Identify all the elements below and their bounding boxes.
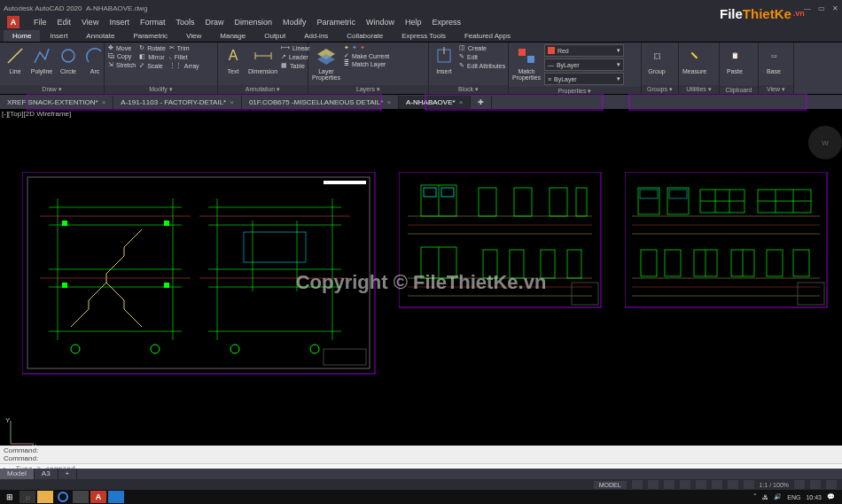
tool-polyline[interactable]: Polyline: [30, 44, 53, 74]
ribbon-tab-view[interactable]: View: [177, 30, 210, 42]
taskbar-app-icon[interactable]: [108, 491, 124, 503]
tool-leader[interactable]: ↗ Leader: [281, 53, 309, 60]
tool-trim[interactable]: ✂ Trim: [169, 44, 199, 51]
tool-rotate[interactable]: ↻ Rotate: [139, 44, 166, 51]
tray-sound-icon[interactable]: 🔊: [774, 493, 782, 500]
tool-dimension[interactable]: Dimension: [248, 44, 277, 74]
menu-dimension[interactable]: Dimension: [234, 18, 272, 27]
tray-up-icon[interactable]: ˄: [753, 493, 757, 500]
panel-view-label[interactable]: View ▾: [759, 85, 793, 94]
gear-icon[interactable]: [794, 480, 805, 489]
menu-view[interactable]: View: [82, 18, 98, 27]
menu-draw[interactable]: Draw: [205, 18, 223, 27]
tool-text[interactable]: AText: [222, 44, 245, 74]
ribbon-tab-output[interactable]: Output: [255, 30, 294, 42]
dropdown-lineweight[interactable]: —ByLayer▾: [544, 58, 624, 71]
panel-modify-label[interactable]: Modify ▾: [105, 85, 217, 94]
tool-fillet[interactable]: ◟ Fillet: [169, 53, 199, 60]
menu-insert[interactable]: Insert: [109, 18, 129, 27]
panel-properties-label[interactable]: Properties ▾: [509, 87, 641, 94]
menu-format[interactable]: Format: [140, 18, 166, 27]
ribbon-tab-featured[interactable]: Featured Apps: [456, 30, 519, 42]
tool-match-layer[interactable]: ≣ Match Layer: [344, 60, 389, 67]
transparency-toggle-icon[interactable]: [744, 480, 754, 489]
tray-time[interactable]: 10:43: [806, 494, 822, 500]
clean-screen-icon[interactable]: [826, 480, 837, 489]
tool-base[interactable]: ▭Base: [762, 44, 785, 74]
close-button[interactable]: ✕: [832, 4, 838, 12]
tool-edit-block[interactable]: ✎ Edit: [459, 53, 505, 60]
osnap-toggle-icon[interactable]: [696, 480, 706, 489]
menu-express[interactable]: Express: [433, 18, 462, 27]
ribbon-tab-express[interactable]: Express Tools: [393, 30, 455, 42]
menu-window[interactable]: Window: [366, 18, 394, 27]
tool-stretch[interactable]: ⇲ Stretch: [108, 61, 136, 68]
tool-arc[interactable]: Arc: [83, 44, 106, 74]
layout-tab-model[interactable]: Model: [0, 469, 35, 479]
snap-toggle-icon[interactable]: [648, 480, 659, 489]
taskbar-autocad-icon[interactable]: A: [90, 491, 106, 503]
menu-tools[interactable]: Tools: [175, 18, 194, 27]
menu-help[interactable]: Help: [405, 18, 422, 27]
panel-draw-label[interactable]: Draw ▾: [0, 85, 104, 94]
status-scale[interactable]: 1:1 / 100%: [760, 482, 789, 488]
tray-lang[interactable]: ENG: [787, 494, 800, 500]
tool-mirror[interactable]: ◧ Mirror: [139, 53, 166, 60]
tool-group[interactable]: ⿴Group: [645, 44, 668, 74]
tool-paste[interactable]: 📋Paste: [723, 44, 746, 74]
tray-notifications-icon[interactable]: 💬: [827, 493, 835, 500]
tray-network-icon[interactable]: 🖧: [762, 494, 768, 500]
tool-insert-block[interactable]: Insert: [433, 44, 456, 74]
taskbar-app-icon[interactable]: [73, 491, 89, 503]
ortho-toggle-icon[interactable]: [664, 480, 674, 489]
dropdown-color[interactable]: Red▾: [544, 44, 624, 57]
tool-array[interactable]: ⋮⋮ Array: [169, 62, 199, 69]
ribbon-tab-insert[interactable]: Insert: [41, 30, 76, 42]
tool-make-current[interactable]: ✓ Make Current: [344, 52, 389, 59]
layer-icon[interactable]: ✦: [344, 44, 349, 51]
layer-icon[interactable]: ✦: [360, 44, 365, 51]
ribbon-tab-home[interactable]: Home: [4, 30, 40, 42]
tool-create-block[interactable]: ◫ Create: [459, 44, 505, 51]
ribbon-tab-manage[interactable]: Manage: [211, 30, 254, 42]
app-logo-icon[interactable]: A: [7, 16, 19, 28]
menu-modify[interactable]: Modify: [283, 18, 307, 27]
tool-edit-attributes[interactable]: ✎ Edit Attributes: [459, 62, 505, 69]
taskbar-search-icon[interactable]: ⌕: [19, 491, 35, 503]
grid-toggle-icon[interactable]: [632, 480, 643, 489]
tool-line[interactable]: Line: [4, 44, 27, 74]
layout-tab-a3[interactable]: A3: [35, 469, 58, 479]
panel-groups-label[interactable]: Groups ▾: [642, 85, 678, 94]
start-button[interactable]: ⊞: [2, 491, 18, 503]
menu-file[interactable]: File: [34, 18, 47, 27]
dropdown-linetype[interactable]: ≡ByLayer▾: [544, 73, 624, 85]
viewport[interactable]: [-][Top][2D Wireframe]: [0, 110, 842, 454]
tool-scale[interactable]: ⤢ Scale: [139, 62, 166, 69]
isolate-icon[interactable]: [810, 480, 821, 489]
ribbon-tab-addins[interactable]: Add-ins: [295, 30, 337, 42]
tool-linear[interactable]: ⟼ Linear: [281, 44, 309, 51]
taskbar-chrome-icon[interactable]: [55, 491, 71, 503]
panel-annotation-label[interactable]: Annotation ▾: [218, 85, 308, 94]
tool-move[interactable]: ✥ Move: [108, 44, 136, 51]
tool-table[interactable]: ▦ Table: [281, 62, 309, 69]
tool-copy[interactable]: ⿻ Copy: [108, 53, 136, 59]
ribbon-tab-annotate[interactable]: Annotate: [77, 30, 123, 42]
otrack-toggle-icon[interactable]: [712, 480, 722, 489]
polar-toggle-icon[interactable]: [680, 480, 690, 489]
ribbon-tab-collaborate[interactable]: Collaborate: [338, 30, 392, 42]
menu-edit[interactable]: Edit: [58, 18, 72, 27]
taskbar-explorer-icon[interactable]: [37, 491, 53, 503]
panel-block-label[interactable]: Block ▾: [429, 85, 508, 94]
tool-layer-properties[interactable]: Layer Properties: [312, 44, 340, 81]
panel-utilities-label[interactable]: Utilities ▾: [679, 85, 719, 94]
panel-clipboard-label[interactable]: Clipboard: [720, 86, 758, 94]
tool-circle[interactable]: Circle: [57, 44, 80, 74]
viewcube[interactable]: W: [808, 126, 842, 159]
tool-match-properties[interactable]: Match Properties: [512, 44, 541, 81]
status-model-button[interactable]: MODEL: [594, 481, 627, 489]
ribbon-tab-parametric[interactable]: Parametric: [124, 30, 176, 42]
menu-parametric[interactable]: Parametric: [317, 18, 356, 27]
layer-icon[interactable]: ✦: [352, 44, 357, 51]
panel-layers-label[interactable]: Layers ▾: [308, 85, 428, 94]
